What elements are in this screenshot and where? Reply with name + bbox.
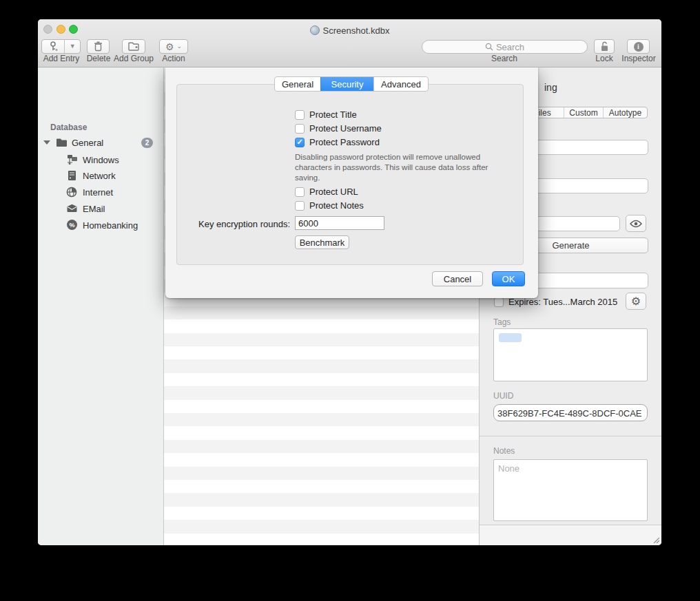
sidebar-item-label: Homebanking (83, 220, 138, 231)
lock-label: Lock (589, 54, 619, 63)
sidebar-item-label: General (72, 138, 103, 148)
show-password-button[interactable] (626, 215, 646, 232)
divider (480, 436, 661, 436)
key-plus-icon (42, 41, 64, 52)
minimize-button[interactable] (56, 25, 65, 34)
percent-icon: % (67, 220, 77, 230)
tab-custom[interactable]: Custom (564, 107, 603, 118)
expires-checkbox[interactable] (494, 297, 504, 307)
tab-advanced[interactable]: Advanced (373, 77, 428, 91)
tab-general[interactable]: General (275, 77, 320, 91)
benchmark-button[interactable]: Benchmark (295, 235, 349, 249)
add-entry-button[interactable]: ▼ (41, 39, 81, 54)
gear-icon: ⚙ (631, 296, 641, 307)
info-icon: i (634, 42, 644, 52)
tags-box[interactable] (493, 328, 648, 381)
expiry-settings-button[interactable]: ⚙ (626, 293, 646, 310)
chevron-down-icon[interactable]: ▼ (65, 43, 80, 50)
action-button[interactable]: ⚙ ⌄ (159, 39, 188, 54)
notes-label: Notes (493, 446, 515, 456)
protect-url-label: Protect URL (309, 187, 358, 197)
disclosure-triangle-icon[interactable] (43, 140, 50, 145)
protect-title-label: Protect Title (309, 109, 357, 120)
protect-password-checkbox[interactable] (295, 138, 305, 147)
sidebar-item-internet[interactable]: Internet (38, 185, 163, 200)
inspector-button[interactable]: i (627, 39, 650, 54)
sidebar-section-header: Database (50, 123, 87, 132)
add-group-label: Add Group (112, 54, 156, 63)
window-title-text: Screenshot.kdbx (323, 25, 390, 36)
trash-icon (94, 41, 103, 52)
zoom-button[interactable] (69, 25, 78, 34)
chevron-down-icon: ⌄ (177, 43, 183, 50)
protect-username-row[interactable]: Protect Username (295, 123, 382, 134)
lock-button[interactable] (594, 39, 615, 54)
action-label: Action (156, 54, 191, 63)
titlebar-toolbar: Screenshot.kdbx ▼ Add Entry (38, 19, 661, 67)
protect-title-checkbox[interactable] (295, 110, 305, 120)
expires-row[interactable]: Expires: Tues...March 2015 (494, 297, 617, 307)
protect-notes-row[interactable]: Protect Notes (295, 200, 364, 211)
document-icon (310, 25, 320, 35)
server-icon (68, 170, 76, 181)
sidebar-item-homebanking[interactable]: % Homebanking (38, 218, 163, 233)
protect-password-label: Protect Password (309, 137, 380, 147)
protect-url-row[interactable]: Protect URL (295, 187, 358, 197)
protect-notes-checkbox[interactable] (295, 201, 305, 211)
inspector-tabs: Files Custom Autotype (520, 107, 648, 118)
search-label: Search (484, 54, 525, 63)
dialog-tabs: General Security Advanced (274, 76, 429, 92)
protect-username-label: Protect Username (309, 123, 382, 134)
search-icon (485, 43, 493, 51)
search-input[interactable]: Search (422, 40, 588, 54)
protect-title-row[interactable]: Protect Title (295, 109, 357, 120)
folder-plus-icon (128, 42, 139, 51)
sidebar-item-label: Internet (83, 187, 113, 198)
window-title: Screenshot.kdbx (245, 25, 455, 36)
inspector-label: Inspector (617, 54, 661, 63)
sidebar-item-windows[interactable]: Windows (38, 153, 163, 167)
security-sheet-dialog: General Security Advanced Protect Title … (165, 67, 538, 298)
notes-textarea[interactable]: None (493, 459, 648, 521)
delete-label: Delete (82, 54, 115, 63)
count-badge: 2 (141, 138, 153, 148)
folder-icon (56, 138, 68, 147)
protect-username-checkbox[interactable] (295, 124, 305, 134)
close-button[interactable] (43, 25, 52, 34)
tab-autotype[interactable]: Autotype (603, 107, 647, 118)
ok-button[interactable]: OK (492, 271, 525, 286)
protect-password-row[interactable]: Protect Password (295, 137, 380, 147)
sidebar-item-label: Windows (83, 155, 119, 165)
uuid-field[interactable]: 38F629B7-FC4E-489C-8DCF-0CAE (493, 404, 648, 421)
tab-security[interactable]: Security (320, 77, 373, 91)
sidebar-item-label: Network (83, 171, 116, 181)
inspector-title-fragment: ing (544, 82, 557, 93)
sidebar-item-general[interactable]: General 2 (38, 136, 163, 150)
key-rounds-input[interactable] (295, 216, 384, 230)
gear-icon: ⚙ (165, 42, 174, 52)
delete-button[interactable] (87, 39, 110, 54)
protect-url-checkbox[interactable] (295, 187, 305, 197)
uuid-label: UUID (493, 391, 513, 401)
tags-label: Tags (493, 317, 511, 327)
envelope-icon (66, 204, 78, 213)
windows-network-icon (66, 154, 78, 165)
sidebar-item-label: EMail (83, 204, 105, 214)
protect-notes-label: Protect Notes (309, 200, 364, 211)
sidebar: Database General 2 (38, 67, 163, 545)
search-placeholder: Search (496, 42, 524, 52)
resize-grip-icon[interactable] (652, 536, 659, 543)
globe-icon (66, 187, 77, 198)
tag-chip[interactable] (499, 333, 522, 342)
password-protection-warning: Disabling password protection will remov… (295, 152, 529, 183)
expires-label: Expires: Tues...March 2015 (508, 297, 617, 307)
add-group-button[interactable] (122, 39, 145, 54)
inspector-footer (479, 525, 661, 545)
key-rounds-label: Key encryption rounds: (179, 219, 290, 229)
sidebar-item-email[interactable]: EMail (38, 202, 163, 216)
cancel-button[interactable]: Cancel (432, 271, 483, 286)
sidebar-item-network[interactable]: Network (38, 169, 163, 183)
unlock-icon (600, 41, 609, 52)
add-entry-label: Add Entry (39, 54, 83, 63)
eye-icon (630, 220, 642, 228)
